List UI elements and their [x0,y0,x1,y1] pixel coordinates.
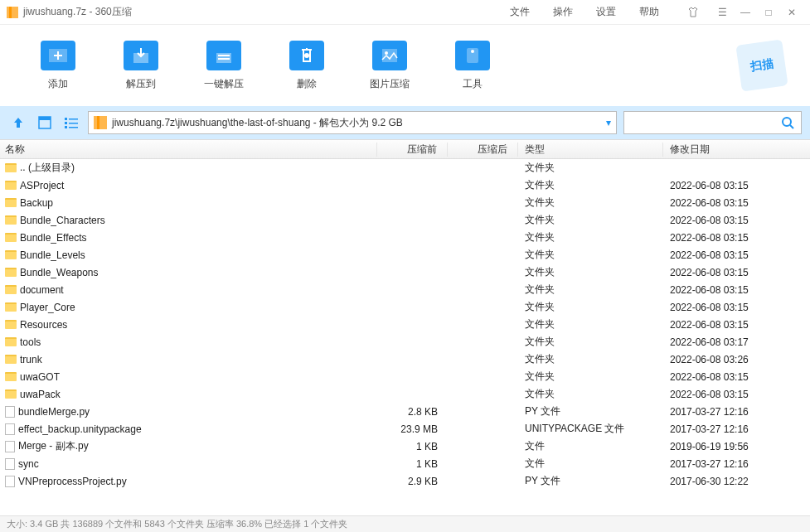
dropdown-icon[interactable]: ▾ [606,117,611,128]
file-type: UNITYPACKAGE 文件 [518,422,663,436]
file-name: uwaGOT [20,371,60,383]
file-list[interactable]: .. (上级目录)文件夹ASProject文件夹2022-06-08 03:15… [0,159,810,515]
svg-rect-16 [65,126,67,128]
image-icon [372,41,407,70]
file-date: 2022-06-08 03:15 [663,267,810,278]
skin-icon[interactable] [687,7,711,18]
header-name[interactable]: 名称 [0,143,377,157]
archive-icon [7,7,18,18]
file-name: document [20,284,64,296]
table-row[interactable]: tools文件夹2022-06-08 03:17 [0,333,810,351]
svg-rect-20 [94,116,107,129]
file-icon [5,423,15,435]
header-type[interactable]: 类型 [518,143,663,157]
size-before: 1 KB [377,458,448,470]
file-date: 2022-06-08 03:26 [663,354,810,365]
close-icon[interactable]: ✕ [780,7,803,18]
file-name: Bundle_Characters [20,215,105,226]
folder-icon [5,355,17,364]
file-name: trunk [20,354,42,365]
header-before[interactable]: 压缩前 [377,143,448,157]
table-row[interactable]: Bundle_Effects文件夹2022-06-08 03:15 [0,229,810,246]
file-date: 2022-06-08 03:15 [663,249,810,261]
folder-icon [5,233,17,242]
file-name: tools [20,336,41,348]
delete-icon [289,41,324,70]
table-row[interactable]: Bundle_Weapons文件夹2022-06-08 03:15 [0,264,810,281]
file-date: 2022-06-08 03:15 [663,215,810,226]
file-date: 2022-06-08 03:15 [663,319,810,331]
table-row[interactable]: VNPreprocessProject.py2.9 KBPY 文件2017-06… [0,472,810,490]
folder-icon [5,163,17,172]
maximize-icon[interactable]: □ [757,7,780,18]
table-row[interactable]: Bundle_Characters文件夹2022-06-08 03:15 [0,211,810,229]
tools-button[interactable]: 工具 [431,41,514,91]
menu-help[interactable]: 帮助 [628,5,671,19]
size-before: 23.9 MB [377,423,448,435]
table-row[interactable]: trunk文件夹2022-06-08 03:26 [0,351,810,368]
table-row[interactable]: Bundle_Levels文件夹2022-06-08 03:15 [0,246,810,264]
toolbar: 添加 解压到 一键解压 删除 图片压缩 工具 扫描 [0,25,810,106]
search-icon [781,116,794,129]
svg-point-22 [783,118,791,126]
delete-button[interactable]: 删除 [265,41,348,91]
up-icon[interactable] [8,113,28,133]
path-input[interactable]: jiwushuang.7z\jiwushuang\the-last-of-shu… [88,111,617,134]
one-click-icon [206,41,241,70]
view-list-icon[interactable] [61,113,81,133]
header-date[interactable]: 修改日期 [663,143,810,157]
file-type: 文件夹 [518,352,663,366]
header-after[interactable]: 压缩后 [448,143,518,157]
titlebar: jiwushuang.7z - 360压缩 文件 操作 设置 帮助 ☰ — □ … [0,0,810,25]
svg-rect-19 [69,127,78,128]
svg-point-9 [385,51,388,55]
table-row[interactable]: ASProject文件夹2022-06-08 03:15 [0,177,810,194]
file-type: 文件夹 [518,370,663,384]
svg-rect-15 [65,122,67,124]
file-date: 2022-06-08 03:15 [663,302,810,313]
table-row[interactable]: Resources文件夹2022-06-08 03:15 [0,316,810,333]
svg-rect-0 [7,7,18,18]
table-row[interactable]: sync1 KB文件2017-03-27 12:16 [0,455,810,472]
one-click-extract-button[interactable]: 一键解压 [182,41,265,91]
menu-icon[interactable]: ☰ [711,7,734,18]
folder-icon [5,198,17,207]
file-date: 2022-06-08 03:15 [663,197,810,209]
menu-settings[interactable]: 设置 [584,5,628,19]
folder-icon [5,337,17,346]
file-type: 文件夹 [518,248,663,262]
extract-to-button[interactable]: 解压到 [99,41,182,91]
folder-icon [5,268,17,277]
minimize-icon[interactable]: — [734,7,757,18]
file-date: 2022-06-08 03:15 [663,232,810,244]
table-row[interactable]: effect_backup.unitypackage23.9 MBUNITYPA… [0,420,810,438]
table-row[interactable]: bundleMerge.py2.8 KBPY 文件2017-03-27 12:1… [0,403,810,420]
statusbar: 大小: 3.4 GB 共 136889 个文件和 5843 个文件夹 压缩率 3… [0,515,810,532]
table-row[interactable]: Merge - 副本.py1 KB文件2019-06-19 19:56 [0,438,810,455]
view-grid-icon[interactable] [35,113,55,133]
table-row[interactable]: Player_Core文件夹2022-06-08 03:15 [0,298,810,316]
svg-point-11 [471,50,474,53]
menu-operate[interactable]: 操作 [541,5,584,19]
file-name: bundleMerge.py [18,406,90,418]
file-date: 2017-06-30 12:22 [663,476,810,487]
table-row[interactable]: Backup文件夹2022-06-08 03:15 [0,194,810,211]
file-type: 文件夹 [518,213,663,227]
search-input[interactable] [623,111,802,134]
file-date: 2019-06-19 19:56 [663,441,810,452]
file-date: 2017-03-27 12:16 [663,406,810,418]
table-row[interactable]: .. (上级目录)文件夹 [0,159,810,177]
table-row[interactable]: uwaPack文件夹2022-06-08 03:15 [0,385,810,403]
table-row[interactable]: document文件夹2022-06-08 03:15 [0,281,810,298]
path-text: jiwushuang.7z\jiwushuang\the-last-of-shu… [112,116,403,130]
menu-file[interactable]: 文件 [498,5,541,19]
file-type: 文件夹 [518,178,663,192]
add-button[interactable]: 添加 [17,41,99,91]
table-row[interactable]: uwaGOT文件夹2022-06-08 03:15 [0,368,810,385]
file-date: 2022-06-08 03:15 [663,371,810,383]
image-compress-button[interactable]: 图片压缩 [348,41,431,91]
svg-rect-6 [218,58,230,60]
file-name: Merge - 副本.py [18,439,89,453]
file-name: Bundle_Weapons [20,267,99,278]
scan-badge[interactable]: 扫描 [735,39,788,91]
